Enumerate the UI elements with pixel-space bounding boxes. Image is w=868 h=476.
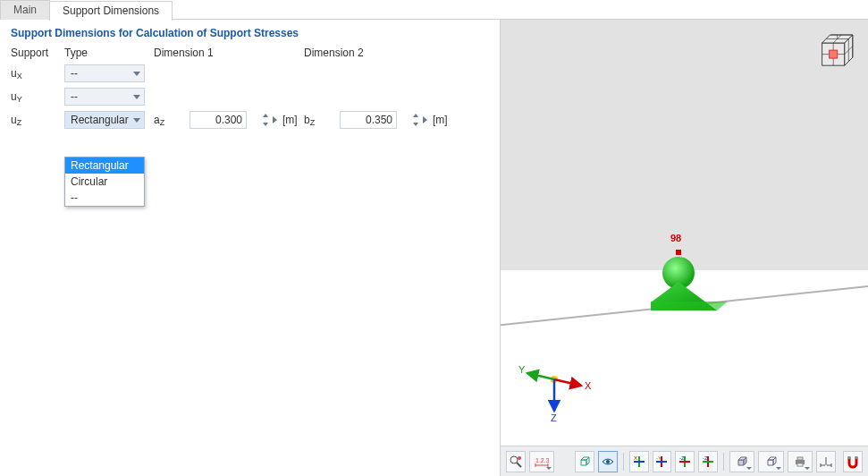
dim2-label: bZ [304,114,340,126]
dropdown-opt-none[interactable]: -- [65,190,144,206]
dimension-icon[interactable]: 1.2.3 [529,451,554,472]
dim2-spinner[interactable] [411,111,427,129]
svg-marker-47 [768,460,773,465]
dim1-value-input[interactable]: 0.300 [190,111,247,129]
dropdown-opt-rectangular[interactable]: Rectangular [65,157,144,174]
view-cube-icon[interactable] [575,451,594,472]
nav-cube[interactable] [811,27,859,75]
spin-up-icon[interactable] [261,111,270,120]
spin-down-icon[interactable] [261,120,270,129]
combo-uz-type-popup[interactable]: Rectangular Circular -- [64,157,145,207]
svg-rect-12 [830,50,838,58]
svg-line-19 [527,373,554,379]
col-dim1: Dimension 1 [154,47,304,59]
scale-icon[interactable] [816,451,836,472]
chevron-down-icon [133,118,140,123]
viewport-3d[interactable]: 98 [501,20,868,476]
axis-x-icon[interactable]: X [629,451,649,472]
dim2-unit: [m] [427,114,454,126]
svg-point-23 [518,456,521,460]
axis-xz-icon[interactable]: -Z [675,451,695,472]
svg-point-21 [510,456,518,463]
axis-y-label: Y [518,364,526,375]
svg-rect-52 [797,463,803,466]
svg-text:-Z: -Z [703,455,708,461]
dim1-unit: [m] [277,114,304,126]
viewport-toolbar: 1.2.3 X -Y -Z -Z [501,446,868,476]
tab-main[interactable]: Main [0,0,50,20]
axis-z-label: Z [551,412,557,423]
render-normal-icon[interactable] [729,451,754,472]
dim2-value-input[interactable]: 0.350 [340,111,397,129]
combo-uz-type[interactable]: Rectangular [64,111,145,129]
row-uy-label: uY [11,90,64,103]
svg-marker-28 [581,460,586,465]
svg-rect-59 [855,456,858,459]
left-panel: Support Dimensions for Calculation of Su… [0,20,501,476]
dim1-spinner[interactable] [261,111,277,129]
chevron-down-icon [133,95,140,99]
svg-text:-Z: -Z [679,455,685,461]
node-label: 98 [670,233,681,243]
svg-line-22 [517,463,521,467]
spin-down-icon[interactable] [411,120,420,129]
axis-triad: X Y Z [510,357,599,431]
col-type: Type [64,47,154,59]
svg-rect-51 [797,457,803,460]
col-dim2: Dimension 2 [304,47,454,59]
svg-text:1.2.3: 1.2.3 [535,457,549,463]
svg-marker-44 [738,460,744,465]
combo-ux-type[interactable]: -- [64,64,145,82]
svg-rect-58 [848,456,851,459]
axis-y-icon[interactable]: -Y [653,451,672,472]
home-magnet-icon[interactable] [843,451,863,472]
chevron-down-icon [133,72,140,76]
view-eyepoint-icon[interactable] [598,451,618,472]
svg-line-18 [554,379,581,386]
svg-rect-13 [676,250,681,255]
chevron-down-icon [746,467,752,470]
svg-marker-16 [651,302,728,310]
magnify-node-icon[interactable] [506,451,526,472]
axis-x-label: X [585,380,592,391]
svg-text:X: X [634,455,637,461]
render-wire-icon[interactable] [758,451,783,472]
row-ux-label: uX [11,67,64,80]
combo-uy-type[interactable]: -- [64,88,145,106]
dim1-label: aZ [154,114,190,126]
svg-point-31 [606,460,610,463]
support-model [651,248,731,322]
spin-up-icon[interactable] [411,111,420,120]
tab-support-dimensions[interactable]: Support Dimensions [49,1,173,21]
section-title: Support Dimensions for Calculation of Su… [11,27,489,39]
chevron-down-icon [776,467,781,470]
dropdown-opt-circular[interactable]: Circular [65,174,144,190]
svg-marker-49 [773,457,776,465]
col-support: Support [11,47,64,59]
print-icon[interactable] [788,451,813,472]
svg-marker-30 [586,457,589,465]
axis-yz-icon[interactable]: -Z [698,451,718,472]
chevron-down-icon [546,467,552,470]
svg-text:-Y: -Y [656,455,662,461]
chevron-down-icon [805,467,810,470]
row-uz-label: uZ [11,114,64,126]
